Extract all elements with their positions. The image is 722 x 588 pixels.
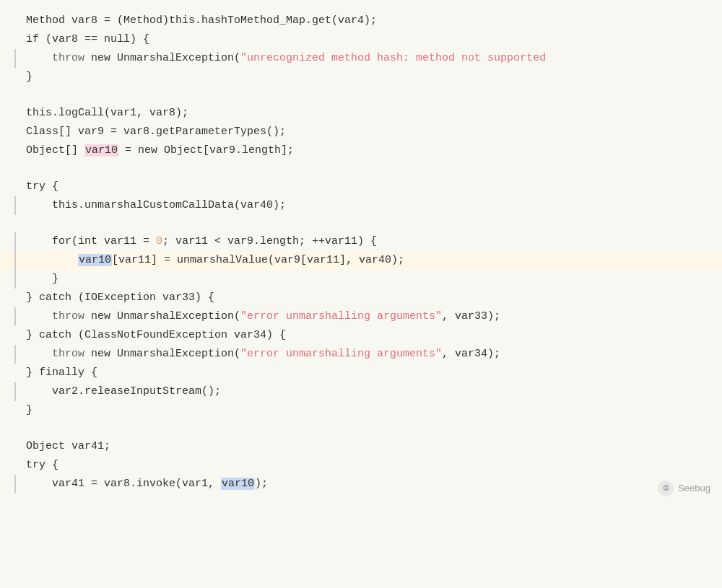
code-text: Class[] var9 = var8.getParameterTypes(); (0, 123, 286, 141)
code-text: for(int var11 = 0; var11 < var9.length; … (0, 233, 377, 250)
var10-highlight-blue: var10 (78, 254, 112, 266)
code-text: throw new UnmarshalException("error unma… (0, 308, 500, 325)
code-text: var41 = var8.invoke(var1, var10); (0, 475, 268, 493)
code-text: } catch (IOException var33) { (0, 289, 214, 307)
code-line: } (0, 401, 722, 420)
seebug-label: Seebug (678, 481, 710, 496)
code-line: Object[] var10 = new Object[var9.length]… (0, 141, 722, 160)
code-text: Object var41; (0, 438, 110, 455)
code-text: Object[] var10 = new Object[var9.length]… (0, 142, 294, 159)
indent-bar (14, 196, 16, 215)
indent-bar (14, 475, 16, 493)
code-line: throw new UnmarshalException("unrecogniz… (0, 49, 722, 68)
code-line: throw new UnmarshalException("error unma… (0, 345, 722, 364)
code-text: Method var8 = (Method)this.hashToMethod_… (0, 12, 377, 30)
code-line: Class[] var9 = var8.getParameterTypes(); (0, 123, 722, 141)
code-text: } catch (ClassNotFoundException var34) { (0, 327, 286, 344)
var10-highlight-pink: var10 (84, 144, 118, 157)
code-line: } (0, 270, 722, 289)
code-line: } finally { (0, 364, 722, 382)
code-text: this.unmarshalCustomCallData(var40); (0, 197, 286, 214)
code-text: var2.releaseInputStream(); (0, 383, 221, 400)
code-text: var10[var11] = unmarshalValue(var9[var11… (0, 252, 404, 269)
code-line: var2.releaseInputStream(); (0, 382, 722, 401)
code-text: throw new UnmarshalException("error unma… (0, 346, 500, 363)
code-text: this.logCall(var1, var8); (0, 105, 188, 122)
code-line: Method var8 = (Method)this.hashToMethod_… (0, 12, 722, 30)
code-line: this.unmarshalCustomCallData(var40); (0, 196, 722, 215)
code-line: var41 = var8.invoke(var1, var10); (0, 475, 722, 493)
code-text: try { (0, 457, 58, 474)
code-text: if (var8 == null) { (0, 31, 149, 48)
indent-bar (14, 307, 16, 326)
seebug-logo-icon: ① (658, 481, 674, 496)
code-text: throw new UnmarshalException("unrecogniz… (0, 50, 546, 67)
code-line: try { (0, 456, 722, 475)
empty-line (0, 87, 722, 104)
code-line: Object var41; (0, 437, 722, 456)
code-line: try { (0, 177, 722, 196)
indent-bar (14, 382, 16, 401)
code-text: } (0, 402, 32, 419)
code-text: try { (0, 178, 58, 196)
code-line: if (var8 == null) { (0, 30, 722, 49)
code-line: } catch (ClassNotFoundException var34) { (0, 326, 722, 345)
indent-bar (14, 270, 16, 289)
code-text: } (0, 271, 58, 288)
indent-bar (14, 232, 16, 251)
code-container: Method var8 = (Method)this.hashToMethod_… (0, 0, 722, 505)
empty-line (0, 215, 722, 232)
code-line: throw new UnmarshalException("error unma… (0, 307, 722, 326)
indent-bar (14, 345, 16, 364)
var10-highlight-blue-2: var10 (221, 478, 255, 490)
empty-line (0, 420, 722, 437)
code-line: this.logCall(var1, var8); (0, 104, 722, 123)
code-line: } catch (IOException var33) { (0, 289, 722, 307)
seebug-watermark: ① Seebug (658, 481, 710, 496)
code-text: } (0, 69, 32, 86)
indent-bar (14, 49, 16, 68)
empty-line (0, 160, 722, 177)
code-line-highlighted: var10[var11] = unmarshalValue(var9[var11… (0, 251, 722, 270)
code-line: } (0, 68, 722, 87)
indent-bar (14, 251, 16, 270)
code-line: for(int var11 = 0; var11 < var9.length; … (0, 232, 722, 251)
code-text: } finally { (0, 364, 97, 382)
